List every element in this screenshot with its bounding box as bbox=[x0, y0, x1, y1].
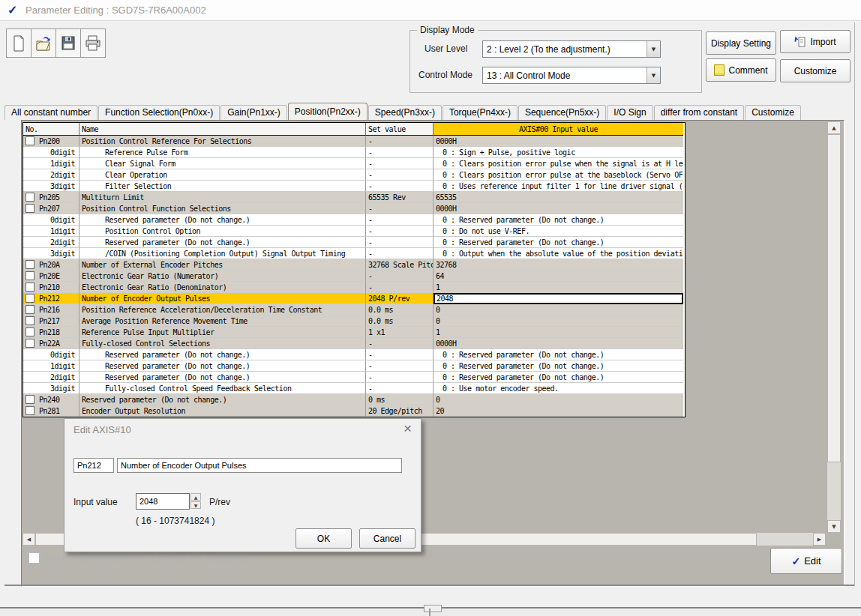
scroll-down-icon[interactable]: ▼ bbox=[827, 520, 841, 533]
cell-input-value[interactable]: 0 : Clears position error pulse when the… bbox=[434, 158, 683, 169]
table-row[interactable]: 3digit/COIN (Positioning Completion Outp… bbox=[23, 248, 685, 259]
cell-input-value[interactable]: 0 : Output when the absolute value of th… bbox=[434, 248, 683, 259]
import-button[interactable]: Import bbox=[780, 30, 850, 53]
table-row[interactable]: Pn22AFully-closed Control Selections-000… bbox=[23, 338, 685, 349]
row-checkbox[interactable] bbox=[26, 283, 34, 292]
cell-input-value[interactable]: 1 bbox=[434, 327, 683, 338]
row-checkbox[interactable] bbox=[26, 294, 34, 303]
table-row[interactable]: Pn217Average Position Reference Movement… bbox=[23, 315, 685, 327]
cell-input-value[interactable]: 0 : Reserved parameter (Do not change.) bbox=[434, 360, 683, 372]
scroll-right-icon[interactable]: ▶ bbox=[813, 533, 826, 546]
cell-input-value[interactable]: 0 : Clears position error pulse at the b… bbox=[434, 169, 683, 181]
cell-input-value[interactable]: 0 bbox=[434, 394, 683, 405]
table-row[interactable]: Pn20EElectronic Gear Ratio (Numerator)-6… bbox=[23, 271, 685, 282]
table-row[interactable]: Pn212Number of Encoder Output Pulses2048… bbox=[23, 293, 685, 304]
cell-input-value[interactable]: 0 : Sign + Pulse, positive logic bbox=[434, 147, 683, 158]
row-checkbox[interactable] bbox=[26, 406, 34, 415]
new-document-button[interactable] bbox=[6, 28, 32, 58]
chevron-down-icon[interactable]: ▼ bbox=[646, 41, 660, 57]
table-row[interactable]: 0digitReference Pulse Form-0 : Sign + Pu… bbox=[23, 147, 685, 158]
cell-input-value[interactable]: 0000H bbox=[434, 136, 683, 147]
table-row[interactable]: Pn216Position Reference Acceleration/Dec… bbox=[23, 304, 685, 315]
splitter-handle[interactable] bbox=[424, 605, 442, 612]
cell-input-value[interactable]: 64 bbox=[434, 271, 683, 282]
table-row[interactable]: 1digitReserved parameter (Do not change.… bbox=[23, 360, 685, 372]
table-row[interactable]: 1digitPosition Control Option-0 : Do not… bbox=[23, 226, 685, 237]
row-checkbox[interactable] bbox=[26, 260, 34, 269]
tab-customize[interactable]: Customize bbox=[745, 105, 801, 120]
table-row[interactable]: Pn281Encoder Output Resolution20 Edge/pi… bbox=[23, 405, 685, 417]
row-checkbox[interactable] bbox=[26, 271, 34, 280]
cell-input-value[interactable]: 32768 bbox=[434, 259, 683, 271]
vertical-scroll-thumb[interactable] bbox=[827, 134, 841, 462]
row-checkbox[interactable] bbox=[26, 395, 34, 404]
row-checkbox[interactable] bbox=[26, 327, 34, 336]
cell-input-value[interactable]: 0 : Do not use V-REF. bbox=[434, 226, 683, 237]
scroll-left-icon[interactable]: ◀ bbox=[22, 533, 35, 546]
cell-input-value[interactable]: 0 bbox=[434, 315, 683, 327]
table-row[interactable]: Pn205Multiturn Limit65535 Rev65535 bbox=[23, 192, 685, 203]
cancel-button[interactable]: Cancel bbox=[359, 528, 416, 549]
edit-button[interactable]: ✓ Edit bbox=[770, 548, 842, 574]
tab-torque-pn4xx[interactable]: Torque(Pn4xx-) bbox=[442, 105, 518, 120]
table-row[interactable]: Pn207Position Control Function Selection… bbox=[23, 203, 685, 214]
user-level-select[interactable]: 2 : Level 2 (To the adjustment.) ▼ bbox=[482, 40, 661, 58]
table-row[interactable]: 2digitClear Operation-0 : Clears positio… bbox=[23, 169, 685, 181]
scroll-up-icon[interactable]: ▲ bbox=[827, 121, 841, 134]
table-row[interactable]: 1digitClear Signal Form-0 : Clears posit… bbox=[23, 158, 685, 169]
table-row[interactable]: Pn210Electronic Gear Ratio (Denominator)… bbox=[23, 282, 685, 293]
tab-function-selection-pn0xx[interactable]: Function Selection(Pn0xx-) bbox=[98, 105, 220, 120]
table-row[interactable]: Pn200Position Control Reference For Sele… bbox=[23, 136, 685, 147]
row-checkbox[interactable] bbox=[26, 193, 34, 202]
print-button[interactable] bbox=[80, 28, 106, 58]
cell-input-value[interactable]: 1 bbox=[434, 282, 683, 293]
cell-input-value[interactable]: 0 : Reserved parameter (Do not change.) bbox=[434, 214, 683, 226]
table-row[interactable]: 0digitReserved parameter (Do not change.… bbox=[23, 214, 685, 226]
table-row[interactable]: Pn218Reference Pulse Input Multiplier1 x… bbox=[23, 327, 685, 338]
row-checkbox[interactable] bbox=[26, 204, 34, 213]
cell-input-value[interactable]: 0 : Use motor encoder speed. bbox=[434, 383, 683, 394]
cell-input-value[interactable]: 0000H bbox=[434, 203, 683, 214]
cell-input-value[interactable]: 0 : Reserved parameter (Do not change.) bbox=[434, 349, 683, 360]
cell-input-value[interactable]: 2048 bbox=[434, 293, 683, 304]
close-icon[interactable]: × bbox=[404, 421, 412, 435]
display-setting-button[interactable]: Display Setting bbox=[706, 31, 776, 55]
table-row[interactable]: 3digitFully-closed Control Speed Feedbac… bbox=[23, 383, 685, 394]
tab-differ-from-constant[interactable]: differ from constant bbox=[654, 105, 745, 120]
tab-gain-pn1xx[interactable]: Gain(Pn1xx-) bbox=[220, 105, 287, 120]
tab-speed-pn3xx[interactable]: Speed(Pn3xx-) bbox=[368, 105, 442, 120]
tab-position-pn2xx[interactable]: Position(Pn2xx-) bbox=[288, 103, 368, 120]
tab-sequence-pn5xx[interactable]: Sequence(Pn5xx-) bbox=[518, 105, 606, 120]
cell-input-value[interactable]: 65535 bbox=[434, 192, 683, 203]
cell-input-value[interactable]: 0000H bbox=[434, 338, 683, 349]
cell-input-value[interactable]: 20 bbox=[434, 405, 683, 417]
spinner-up-icon[interactable]: ▲ bbox=[190, 493, 201, 501]
spinner-down-icon[interactable]: ▼ bbox=[190, 501, 201, 509]
cell-input-value[interactable]: 0 : Reserved parameter (Do not change.) bbox=[434, 372, 683, 383]
table-row[interactable]: 2digitReserved parameter (Do not change.… bbox=[23, 372, 685, 383]
save-file-button[interactable] bbox=[56, 28, 81, 58]
row-checkbox[interactable] bbox=[26, 136, 34, 145]
cell-input-value[interactable]: 0 : Reserved parameter (Do not change.) bbox=[434, 237, 683, 248]
customize-button[interactable]: Customize bbox=[780, 59, 850, 82]
cell-input-value[interactable]: 0 bbox=[434, 304, 683, 315]
table-row[interactable]: Pn20ANumber of External Encoder Pitches3… bbox=[23, 259, 685, 271]
open-file-button[interactable] bbox=[31, 28, 56, 58]
chevron-down-icon[interactable]: ▼ bbox=[646, 67, 660, 83]
row-checkbox[interactable] bbox=[26, 339, 34, 348]
table-row[interactable]: 2digitReserved parameter (Do not change.… bbox=[23, 237, 685, 248]
table-row[interactable]: 3digitFilter Selection-0 : Uses referenc… bbox=[23, 181, 685, 192]
row-checkbox[interactable] bbox=[26, 316, 34, 325]
row-checkbox[interactable] bbox=[26, 305, 34, 314]
ok-button[interactable]: OK bbox=[296, 528, 352, 549]
comment-button[interactable]: Comment bbox=[706, 58, 776, 82]
table-row[interactable]: 0digitReserved parameter (Do not change.… bbox=[23, 349, 685, 360]
cell-input-value[interactable]: 0 : Uses reference input filter 1 for li… bbox=[434, 181, 683, 192]
vertical-scrollbar[interactable]: ▲ ▼ bbox=[827, 121, 841, 533]
table-row[interactable]: Pn240Reserved parameter (Do not change.)… bbox=[23, 394, 685, 405]
tab-i-o-sign[interactable]: I/O Sign bbox=[607, 105, 652, 120]
select-all-checkbox[interactable] bbox=[28, 552, 40, 564]
tab-all-constant-number[interactable]: All constant number bbox=[4, 105, 98, 120]
control-mode-select[interactable]: 13 : All Control Mode ▼ bbox=[482, 67, 661, 84]
input-value-field[interactable]: 2048 bbox=[136, 493, 190, 510]
